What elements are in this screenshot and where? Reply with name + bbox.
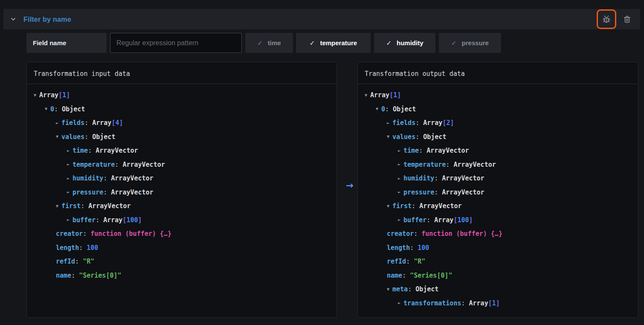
json-colon: : [84, 119, 92, 127]
field-chip-temperature[interactable]: ✓ temperature [296, 33, 371, 53]
json-key: transformations [403, 299, 461, 307]
toggle-collapsed-icon[interactable]: ► [56, 121, 61, 125]
json-colon: : [115, 161, 122, 168]
toggle-expanded-icon[interactable]: ▼ [45, 107, 50, 111]
json-value-type: Object [393, 105, 416, 113]
json-row: ►pressure: ArrayVector [34, 186, 330, 200]
json-row: ▼Array[1] [365, 88, 631, 102]
json-row: ▼first: ArrayVector [365, 199, 631, 213]
field-chip-label: humidity [397, 39, 424, 46]
json-row: ►humidity: ArrayVector [365, 171, 631, 186]
json-row: ►pressure: ArrayVector [365, 186, 631, 200]
json-value-type: Object [92, 133, 115, 141]
toggle-expanded-icon[interactable]: ▼ [387, 287, 392, 291]
toggle-collapsed-icon[interactable]: ► [67, 218, 73, 222]
json-value-bracket: ] [397, 91, 401, 99]
json-colon: : [103, 174, 111, 182]
toggle-collapsed-icon[interactable]: ► [67, 149, 73, 153]
json-value-bracket: [ [58, 91, 62, 99]
json-key: refId [56, 258, 75, 265]
debug-button[interactable] [598, 11, 615, 27]
toggle-expanded-icon[interactable]: ▼ [387, 204, 392, 208]
toggle-expanded-icon[interactable]: ▼ [56, 204, 61, 208]
delete-transformation-button[interactable] [619, 11, 635, 27]
check-icon: ✓ [451, 39, 457, 47]
json-colon: : [96, 216, 103, 224]
json-value-type: Object [62, 105, 85, 113]
json-colon: : [434, 174, 442, 182]
json-value-type: ArrayVector [111, 189, 153, 196]
toggle-collapsed-icon[interactable]: ► [398, 149, 403, 153]
field-chip-label: time [268, 39, 281, 46]
json-row: ►fields: Array[4] [34, 116, 330, 130]
json-colon: : [71, 272, 79, 279]
toggle-collapsed-icon[interactable]: ► [398, 301, 403, 305]
json-row: creator: function (buffer) {…} [34, 227, 330, 241]
toggle-collapsed-icon[interactable]: ► [67, 190, 73, 194]
toggle-collapsed-icon[interactable]: ► [67, 177, 73, 180]
collapse-chevron-icon[interactable] [10, 16, 16, 22]
json-value-bracket: [ [389, 91, 393, 99]
json-value-bracket: ] [496, 299, 500, 307]
json-key: buffer [73, 216, 96, 224]
json-tree: ▼Array[1]▼0: Object►fields: Array[4]▼val… [27, 84, 337, 282]
json-value-num: 100 [126, 216, 138, 224]
json-key: buffer [403, 216, 426, 224]
json-key: fields [61, 119, 84, 127]
json-colon: : [415, 119, 423, 127]
toggle-expanded-icon[interactable]: ▼ [34, 93, 39, 97]
toggle-collapsed-icon[interactable]: ► [387, 121, 392, 125]
json-row: ►buffer: Array[100] [365, 213, 631, 227]
json-value-bracket: [ [111, 119, 115, 127]
json-colon: : [461, 299, 469, 307]
json-row: name: "Series[0]" [34, 269, 330, 283]
toggle-expanded-icon[interactable]: ▼ [387, 135, 392, 139]
json-row: name: "Series[0]" [365, 269, 631, 283]
field-chip-humidity[interactable]: ✓ humidity [374, 33, 435, 53]
json-row: ▼Array[1] [34, 88, 330, 102]
check-icon: ✓ [310, 39, 315, 47]
json-colon: : [88, 147, 96, 154]
toggle-collapsed-icon[interactable]: ► [398, 190, 403, 194]
toggle-expanded-icon[interactable]: ▼ [365, 93, 370, 97]
json-value-str: "R" [414, 258, 425, 265]
json-row: ►temperature: ArrayVector [365, 158, 631, 172]
debug-highlight-box [597, 9, 616, 29]
regex-pattern-input[interactable] [110, 33, 242, 53]
transformation-title: Filter by name [23, 15, 71, 23]
json-key: first [392, 202, 412, 210]
json-row: ►transformations: Array[1] [365, 296, 631, 310]
toggle-collapsed-icon[interactable]: ► [67, 162, 73, 166]
json-colon: : [81, 202, 88, 210]
json-value-func: function (buffer) {…} [90, 230, 171, 238]
json-colon: : [54, 105, 62, 113]
json-key: values [61, 133, 84, 141]
json-value-num: 1 [393, 91, 397, 99]
json-colon: : [410, 244, 418, 252]
json-colon: : [406, 258, 414, 265]
json-row: ▼meta: Object [365, 282, 631, 296]
field-chip-pressure[interactable]: ✓ pressure [439, 33, 501, 53]
field-chip-time[interactable]: ✓ time [245, 33, 293, 53]
json-colon: : [426, 216, 434, 224]
json-value-num: 100 [418, 244, 429, 252]
toggle-collapsed-icon[interactable]: ► [398, 177, 403, 180]
toggle-collapsed-icon[interactable]: ► [398, 162, 403, 166]
transformation-input-panel: Transformation input data ▼Array[1]▼0: O… [26, 62, 337, 318]
json-value-func: function (buffer) {…} [421, 230, 502, 238]
json-value-num: 2 [446, 119, 450, 127]
json-row: ►humidity: ArrayVector [34, 171, 330, 186]
json-row: ▼values: Object [34, 130, 330, 144]
toggle-expanded-icon[interactable]: ▼ [376, 107, 381, 111]
json-row: ►buffer: Array[100] [34, 213, 330, 227]
field-name-label: Field name [26, 33, 107, 53]
json-value-str: "Series[0]" [79, 272, 121, 279]
toggle-collapsed-icon[interactable]: ► [398, 218, 403, 222]
panel-title: Transformation input data [27, 62, 337, 84]
json-value-num: 4 [115, 119, 119, 127]
json-value-num: 1 [492, 299, 496, 307]
json-colon: : [402, 272, 410, 279]
toggle-expanded-icon[interactable]: ▼ [56, 135, 61, 139]
json-value-bracket: [ [488, 299, 492, 307]
json-row: refId: "R" [365, 255, 631, 269]
